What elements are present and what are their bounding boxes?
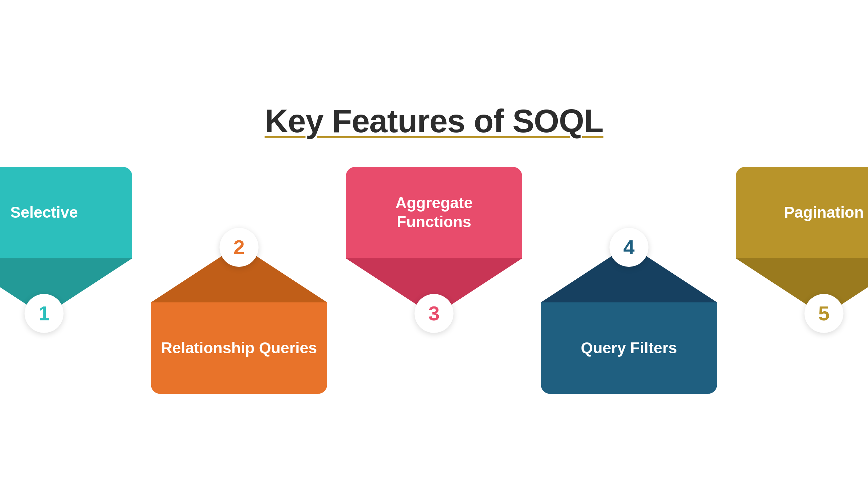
card-1-label: Selective xyxy=(10,203,78,222)
card-pagination: Pagination 5 xyxy=(736,167,868,316)
card-4-label: Query Filters xyxy=(581,339,677,357)
card-query-filters: Query Filters 4 xyxy=(541,245,717,394)
card-2-number: 2 xyxy=(220,228,259,267)
card-aggregate: Aggregate Functions 3 xyxy=(346,167,522,316)
title-section: Key Features of SOQL xyxy=(61,103,807,140)
card-1-number: 1 xyxy=(25,294,64,333)
card-3-number: 3 xyxy=(415,294,454,333)
card-5-number: 5 xyxy=(805,294,843,333)
card-4-number: 4 xyxy=(610,228,649,267)
page-title: Key Features of SOQL xyxy=(61,103,807,140)
card-relationship: Relationship Queries 2 xyxy=(151,245,327,394)
card-5-label: Pagination xyxy=(784,203,864,222)
card-2-label: Relationship Queries xyxy=(161,339,317,357)
page-container: Key Features of SOQL Selective 1 Relatio… xyxy=(61,103,807,394)
card-3-label: Aggregate Functions xyxy=(356,193,512,231)
cards-container: Selective 1 Relationship Queries 2 xyxy=(61,167,807,394)
card-selective: Selective 1 xyxy=(0,167,132,316)
